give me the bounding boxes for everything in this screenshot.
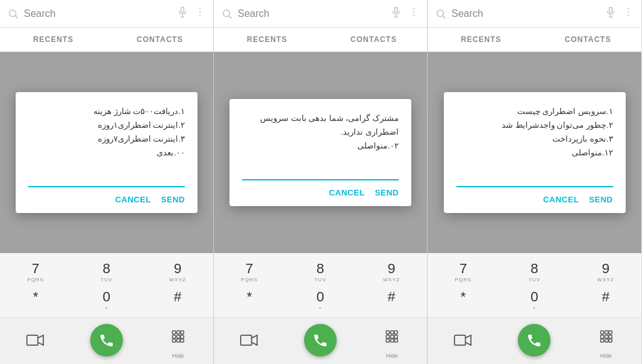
hide-button-wrap[interactable]: Hide [163,321,193,359]
grid-icon [600,330,613,343]
hide-button[interactable] [163,321,193,351]
dialpad-key-0[interactable]: 0 + [302,286,339,313]
mic-icon[interactable] [177,6,188,21]
cancel-button[interactable]: CANCEL [543,195,579,204]
video-call-button[interactable] [448,325,478,355]
call-button[interactable] [518,324,550,356]
svg-rect-51 [601,339,604,342]
dialpad-letters: + [515,305,553,311]
dialpad-key-*[interactable]: * [17,286,55,313]
video-icon [454,334,471,346]
hide-button-wrap[interactable]: Hide [591,321,621,359]
hide-button-wrap[interactable]: Hide [377,321,407,359]
dialpad-key-0[interactable]: 0 + [515,286,553,313]
send-button[interactable]: SEND [161,195,185,204]
dialog-input[interactable] [456,170,613,187]
cancel-button[interactable]: CANCEL [115,195,151,204]
svg-rect-10 [177,331,180,334]
svg-rect-28 [391,331,394,334]
more-options-icon[interactable] [194,6,206,21]
svg-rect-20 [395,8,398,13]
svg-line-1 [15,16,18,18]
dialpad-key-9[interactable]: 9 WXYZ [372,258,410,285]
bottom-bar: Hide [214,317,427,364]
dialpad-key-8[interactable]: 8 TUV [302,258,339,285]
video-call-button[interactable] [20,325,50,355]
dialpad: 7 PQRS 8 TUV 9 WXYZ * [428,253,641,317]
svg-point-41 [628,8,629,9]
more-options-icon[interactable] [408,6,419,21]
dialpad-num: * [231,289,268,305]
dialpad-key-#[interactable]: # [159,286,196,313]
dialpad-num: 8 [515,261,553,277]
tabs: RECENTSCONTACTS [428,28,641,52]
dialpad-key-7[interactable]: 7 PQRS [17,258,55,285]
dialpad-key-0[interactable]: 0 + [88,286,125,313]
svg-rect-2 [181,8,184,13]
svg-point-43 [628,14,629,16]
dialpad-key-#[interactable]: # [587,286,624,313]
hide-label: Hide [172,353,184,359]
tabs: RECENTSCONTACTS [214,28,427,52]
dialpad-key-9[interactable]: 9 WXYZ [159,258,196,285]
hide-button[interactable] [377,321,407,351]
search-placeholder: Search [24,8,177,19]
call-button[interactable] [90,324,123,356]
svg-rect-9 [172,331,176,334]
dialpad-key-7[interactable]: 7 PQRS [231,258,268,285]
phone-panel-3: Search RECENTSCONTACTS ۱.سرویس ا [428,0,641,364]
dialog-overlay: ۱.دریافت۵۰۰ت شارژ هزینه۲.اینترنت اضطراری… [0,52,213,253]
dialpad-key-*[interactable]: * [231,286,268,313]
svg-rect-48 [601,335,604,338]
content-area: مشترک گرامی، شما بدهی بابت سرویس اضطراری… [214,52,427,253]
dialpad-num: 9 [587,261,624,277]
dialog-input[interactable] [28,170,185,187]
svg-rect-34 [391,339,394,342]
hide-button[interactable] [591,321,621,351]
hide-label: Hide [601,353,613,359]
dialpad-key-8[interactable]: 8 TUV [88,258,125,285]
tab-recents[interactable]: RECENTS [0,28,107,51]
dialog-text: ۱.دریافت۵۰۰ت شارژ هزینه۲.اینترنت اضطراری… [28,105,185,160]
dialog-text: ۱.سرویس اضطراری چیست۲.چطور می‌توان واجدش… [456,105,613,160]
dialpad-key-8[interactable]: 8 TUV [515,258,553,285]
dialpad-letters: WXYZ [159,277,196,283]
dialpad-letters: + [302,305,339,311]
dialpad-num: 0 [302,289,339,305]
grid-icon [172,330,184,343]
phone-icon [526,332,542,348]
dialog-actions: CANCEL SEND [242,188,399,200]
cancel-button[interactable]: CANCEL [329,188,365,197]
svg-rect-26 [241,335,252,345]
svg-line-37 [443,16,445,18]
mic-icon[interactable] [391,6,402,21]
phone-icon [98,332,115,348]
svg-point-5 [199,8,201,9]
tab-contacts[interactable]: CONTACTS [107,28,213,51]
dialog: ۱.دریافت۵۰۰ت شارژ هزینه۲.اینترنت اضطراری… [16,92,197,213]
svg-rect-46 [605,331,608,334]
dialog-input[interactable] [242,163,399,180]
video-icon [240,334,258,346]
send-button[interactable]: SEND [589,195,613,204]
search-placeholder: Search [238,8,391,19]
send-button[interactable]: SEND [375,188,399,197]
dialpad-key-#[interactable]: # [372,286,410,313]
tab-contacts[interactable]: CONTACTS [535,28,642,51]
dialpad-num: # [159,289,196,305]
dialpad-key-9[interactable]: 9 WXYZ [587,258,624,285]
mic-icon[interactable] [605,6,616,21]
dialpad-key-*[interactable]: * [445,286,482,313]
dialpad-num: 7 [17,261,55,277]
dialpad-num: 0 [515,289,553,305]
tab-contacts[interactable]: CONTACTS [320,28,427,51]
call-button[interactable] [304,324,337,356]
dialpad-key-7[interactable]: 7 PQRS [445,258,482,285]
tab-recents[interactable]: RECENTS [428,28,535,51]
dialpad-letters: TUV [515,277,553,283]
phone-panel-2: Search RECENTSCONTACTS مشترک گرا [214,0,428,364]
svg-point-42 [628,11,629,13]
more-options-icon[interactable] [623,6,634,21]
video-call-button[interactable] [234,325,264,355]
tab-recents[interactable]: RECENTS [214,28,320,51]
